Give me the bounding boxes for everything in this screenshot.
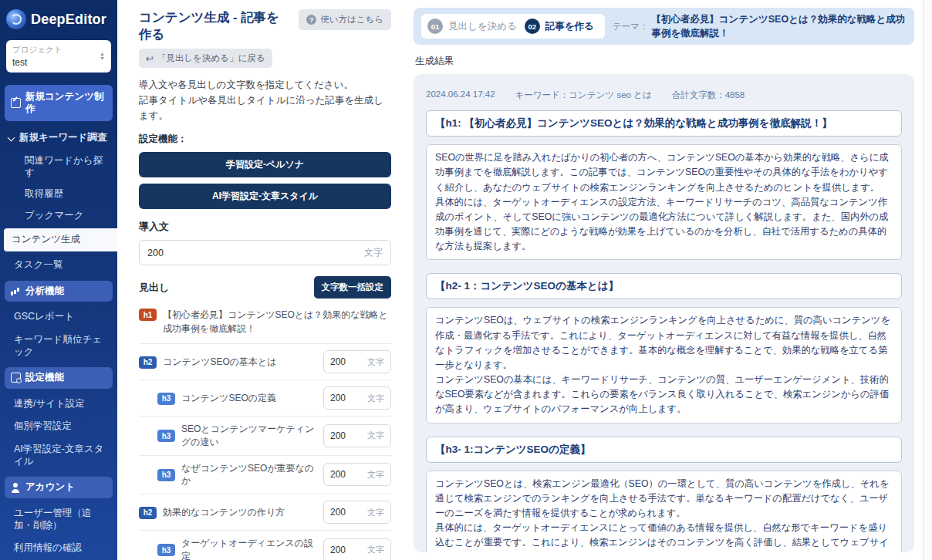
heading-char-count-input[interactable]: 200 文字 xyxy=(323,501,391,524)
sidebar-item-icon xyxy=(11,98,21,108)
question-icon: ? xyxy=(306,15,316,25)
heading-level-badge: h3 xyxy=(157,430,175,442)
heading-char-count-unit: 文字 xyxy=(367,544,384,555)
heading-char-count-value: 200 xyxy=(330,469,346,480)
h1-heading-title: 【初心者必見】コンテンツSEOとは？効果的な戦略と成功事例を徹底解説！ xyxy=(163,308,391,336)
heading-char-count-input[interactable]: 200 文字 xyxy=(323,424,391,447)
heading-row: h3 なぜコンテンツSEOが重要なのか 200 文字 xyxy=(139,456,391,495)
sidebar-item[interactable]: 設定機能 xyxy=(5,367,113,389)
sidebar-item-label: 新規キーワード調査 xyxy=(19,132,106,144)
step-label: 見出しを決める xyxy=(448,20,517,33)
sidebar-item[interactable]: キーワード順位チェック xyxy=(0,329,117,363)
app-logo: DeepEditor xyxy=(0,0,117,37)
heading-char-count-input[interactable]: 200 文字 xyxy=(323,538,391,560)
sidebar: DeepEditor プロジェクト test ▲▼ 新規コンテンツ制作 新規キー… xyxy=(0,0,117,560)
sidebar-item-icon xyxy=(11,373,21,383)
sidebar-item[interactable]: コンテンツ生成 xyxy=(4,228,117,251)
heading-row: h3 SEOとコンテンツマーケティングの違い 200 文字 xyxy=(139,417,391,456)
sidebar-item-label: GSCレポート xyxy=(14,311,74,323)
result-section-body[interactable]: SEOの世界に足を踏み入れたばかりの初心者の方へ、コンテンツSEOの基本から効果… xyxy=(426,144,902,260)
sidebar-item-label: 利用情報の確認 xyxy=(14,542,82,555)
result-section-body[interactable]: コンテンツSEOとは、検索エンジン最適化（SEO）の一環として、質の高いコンテン… xyxy=(426,471,902,553)
sidebar-item[interactable]: ユーザー管理（追加・削除） xyxy=(0,502,117,537)
sidebar-item-label: ユーザー管理（追加・削除） xyxy=(14,508,110,531)
heading-title: 効果的なコンテンツの作り方 xyxy=(163,506,317,519)
ai-style-settings-button[interactable]: AI学習設定-文章スタイル xyxy=(139,184,391,209)
theme-text: 【初心者必見】コンテンツSEOとは？効果的な戦略と成功事例を徹底解説！ xyxy=(651,12,907,40)
headings-section-label: 見出し xyxy=(139,281,169,295)
persona-settings-button[interactable]: 学習設定-ペルソナ xyxy=(139,152,391,177)
page-scrollbar[interactable] xyxy=(923,0,932,560)
result-total-chars: 合計文字数：4858 xyxy=(672,89,745,101)
heading-row: h2 効果的なコンテンツの作り方 200 文字 xyxy=(139,494,391,531)
result-sections: 【h1: 【初心者必見】コンテンツSEOとは？効果的な戦略と成功事例を徹底解説！… xyxy=(426,110,902,552)
heading-char-count-value: 200 xyxy=(330,393,346,403)
sidebar-item[interactable]: 新規コンテンツ制作 xyxy=(5,85,113,121)
page-description: 導入文や各見出しの文字数を指定してください。 記事タイトルや各見出しタイトルに沿… xyxy=(139,77,391,123)
result-section-label: 生成結果 xyxy=(415,55,914,68)
bulk-char-count-button[interactable]: 文字数一括設定 xyxy=(314,276,392,299)
sidebar-item[interactable]: ブックマーク xyxy=(0,205,117,227)
step-header-bar: 01 見出しを決める 02 記事を作る テーマ： 【初心者必見】コンテンツSEO… xyxy=(414,8,914,45)
result-section: 【h3- 1:コンテンツSEOの定義】 コンテンツSEOとは、検索エンジン最適化… xyxy=(426,437,902,553)
back-arrow-icon: ↩ xyxy=(146,53,154,64)
sidebar-item-label: 関連ワードから探す xyxy=(25,155,110,179)
sidebar-item[interactable]: 取得履歴 xyxy=(0,184,117,205)
theme-label: テーマ： xyxy=(613,21,649,32)
intro-char-count-unit: 文字 xyxy=(364,246,383,259)
h1-heading-row: h1 【初心者必見】コンテンツSEOとは？効果的な戦略と成功事例を徹底解説！ xyxy=(139,308,391,343)
heading-char-count-unit: 文字 xyxy=(367,469,384,481)
sidebar-item[interactable]: アカウント xyxy=(5,477,113,498)
sidebar-item-label: 個別学習設定 xyxy=(14,420,72,433)
step-number: 01 xyxy=(427,19,443,34)
sidebar-item[interactable]: 個別学習設定 xyxy=(0,415,117,438)
result-section-heading[interactable]: 【h2- 1：コンテンツSEOの基本とは】 xyxy=(426,273,902,299)
heading-title: なぜコンテンツSEOが重要なのか xyxy=(181,462,317,488)
sidebar-item[interactable]: 新規キーワード調査 xyxy=(0,127,117,150)
heading-row: h3 コンテンツSEOの定義 200 文字 xyxy=(139,380,391,417)
chevron-up-down-icon: ▲▼ xyxy=(100,52,105,61)
heading-char-count-value: 200 xyxy=(330,430,346,441)
heading-title: SEOとコンテンツマーケティングの違い xyxy=(181,423,317,449)
heading-title: ターゲットオーディエンスの設定 xyxy=(181,537,317,560)
result-datetime: 2024.06.24 17:42 xyxy=(426,89,495,101)
sidebar-item[interactable]: GSCレポート xyxy=(0,305,117,329)
intro-char-count-input[interactable]: 200 文字 xyxy=(139,240,391,265)
help-button[interactable]: ? 使い方はこちら xyxy=(299,9,391,30)
step-tab[interactable]: 02 記事を作る xyxy=(525,19,594,34)
result-section-heading[interactable]: 【h1: 【初心者必見】コンテンツSEOとは？効果的な戦略と成功事例を徹底解説！… xyxy=(426,110,902,137)
heading-level-badge: h3 xyxy=(157,393,175,405)
project-select[interactable]: プロジェクト test ▲▼ xyxy=(6,40,111,73)
page-title: コンテンツ生成 - 記事を作る xyxy=(139,9,289,43)
project-select-value: test xyxy=(12,57,62,68)
heading-char-count-input[interactable]: 200 文字 xyxy=(323,386,391,410)
sidebar-item[interactable]: 関連ワードから探す xyxy=(0,150,117,184)
sidebar-item[interactable]: 分析機能 xyxy=(5,281,113,302)
heading-char-count-unit: 文字 xyxy=(367,507,384,518)
sidebar-item[interactable]: タスク一覧 xyxy=(0,254,117,277)
heading-title: コンテンツSEOの基本とは xyxy=(163,356,317,369)
intro-char-count-value: 200 xyxy=(147,248,164,258)
step-tab[interactable]: 01 見出しを決める xyxy=(427,19,517,34)
project-select-label: プロジェクト xyxy=(12,45,62,56)
sidebar-item-label: 取得履歴 xyxy=(25,188,63,201)
sidebar-item-icon xyxy=(8,135,15,142)
sidebar-item-label: 新規コンテンツ制作 xyxy=(25,91,106,115)
sidebar-item[interactable]: 利用情報の確認 xyxy=(0,537,117,560)
settings-panel: コンテンツ生成 - 記事を作る ? 使い方はこちら ↩ 「見出しを決める」に戻る… xyxy=(117,0,401,560)
heading-level-badge: h2 xyxy=(139,356,157,369)
result-section-body[interactable]: コンテンツSEOは、ウェブサイトの検索エンジンランキングを向上させるために、質の… xyxy=(426,307,902,423)
heading-char-count-input[interactable]: 200 文字 xyxy=(323,463,391,486)
heading-char-count-input[interactable]: 200 文字 xyxy=(323,350,391,373)
back-to-headings-button[interactable]: ↩ 「見出しを決める」に戻る xyxy=(139,49,272,68)
sidebar-item[interactable]: 連携/サイト設定 xyxy=(0,393,117,416)
heading-char-count-value: 200 xyxy=(330,545,346,555)
app-logo-text: DeepEditor xyxy=(31,12,106,28)
result-meta-row: 2024.06.24 17:42 キーワード：コンテンツ seo とは 合計文字… xyxy=(426,89,902,101)
sidebar-menu: 新規コンテンツ制作 新規キーワード調査 関連ワードから探す 取得履歴 ブックマー… xyxy=(0,83,117,560)
sidebar-item[interactable]: AI学習設定-文章スタイル xyxy=(0,438,117,473)
heading-char-count-value: 200 xyxy=(330,507,346,518)
app-logo-icon xyxy=(6,9,26,29)
h1-level-badge: h1 xyxy=(139,309,157,321)
result-section-heading[interactable]: 【h3- 1:コンテンツSEOの定義】 xyxy=(426,437,902,463)
